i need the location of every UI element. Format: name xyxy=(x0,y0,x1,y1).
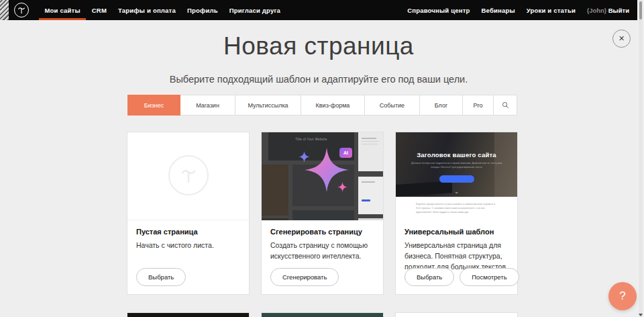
tilda-watermark-icon xyxy=(177,164,200,187)
next-row-card-preview[interactable] xyxy=(396,313,517,317)
template-hero-heading: Заголовок вашего сайта xyxy=(396,151,517,158)
template-preview-image: Заголовок вашего сайта Добавьте интересн… xyxy=(396,132,517,220)
card-buttons: Выбрать xyxy=(136,268,186,286)
tilda-watermark xyxy=(168,155,209,195)
tab-quiz-form[interactable]: Квиз-форма xyxy=(301,95,365,116)
card-blank-page[interactable]: Пустая страница Начать с чистого листа. … xyxy=(127,132,249,294)
template-category-tabs: Бизнес Магазин Мультиссылка Квиз-форма С… xyxy=(127,95,517,116)
choose-blank-button[interactable]: Выбрать xyxy=(136,268,186,286)
tab-pro[interactable]: Pro xyxy=(463,95,494,116)
tab-business[interactable]: Бизнес xyxy=(127,95,180,116)
edge-texture xyxy=(0,0,9,20)
card-title: Универсальный шаблон xyxy=(405,228,508,236)
nav-item-my-sites[interactable]: Мои сайты xyxy=(39,0,86,20)
user-name: (John) xyxy=(587,7,606,14)
card-body: Сгенерировать страницу Создать страницу … xyxy=(270,220,374,262)
question-mark-icon: ? xyxy=(619,289,625,303)
scrollbar-down-arrow[interactable] xyxy=(639,314,643,316)
ai-small-sparkle-icon xyxy=(299,151,310,163)
card-universal-template[interactable]: Заголовок вашего сайта Добавьте интересн… xyxy=(396,132,517,294)
tab-multilink[interactable]: Мультиссылка xyxy=(235,95,301,116)
nav-item-invite-friend[interactable]: Пригласи друга xyxy=(223,0,286,20)
card-buttons: Выбрать Посмотреть xyxy=(405,268,519,286)
mockup-title-text: Title of Your Website xyxy=(268,138,354,141)
scrollbar-track[interactable] xyxy=(639,0,643,317)
card-description: Начать с чистого листа. xyxy=(136,240,240,251)
tilda-logo[interactable] xyxy=(14,3,29,17)
template-hero-subheading: Добавьте интересные подробности о вашей … xyxy=(408,162,505,169)
page-title: Новая страница xyxy=(0,32,637,60)
card-title: Сгенерировать страницу xyxy=(270,228,374,236)
next-row-card-preview[interactable] xyxy=(262,313,383,317)
generate-button[interactable]: Сгенерировать xyxy=(270,268,339,286)
logout-link[interactable]: (John) Выйти xyxy=(587,7,629,14)
nav-link-help-center[interactable]: Справочный центр xyxy=(407,7,470,14)
tilda-logo-icon xyxy=(16,5,27,15)
nav-item-plans[interactable]: Тарифы и оплата xyxy=(113,0,182,20)
chevron-down-icon: ⌄ xyxy=(454,189,459,195)
template-hero-photo: Заголовок вашего сайта Добавьте интересн… xyxy=(396,132,517,197)
logout-label: Выйти xyxy=(608,7,629,14)
mockup-tile xyxy=(358,177,383,214)
tab-event[interactable]: Событие xyxy=(365,95,420,116)
mockup-tile xyxy=(292,210,354,220)
tab-blog[interactable]: Блог xyxy=(420,95,463,116)
card-body: Пустая страница Начать с чистого листа. xyxy=(136,220,240,251)
nav-item-profile[interactable]: Профиль xyxy=(181,0,223,20)
next-row-card-preview[interactable] xyxy=(127,313,249,317)
ai-preview-image: Title of Your Website xyxy=(262,132,383,220)
new-page-modal-screen: Мои сайты CRM Тарифы и оплата Профиль Пр… xyxy=(0,0,644,317)
topbar-nav-right: Справочный центр Вебинары Уроки и статьи… xyxy=(407,7,629,14)
mockup-tile xyxy=(262,165,288,216)
card-description: Создать страницу с помощью искусственног… xyxy=(270,240,374,262)
nav-link-webinars[interactable]: Вебинары xyxy=(482,7,515,14)
view-template-button[interactable]: Посмотреть xyxy=(460,268,519,286)
card-ai-generate[interactable]: Title of Your Website xyxy=(262,132,383,294)
help-button[interactable]: ? xyxy=(608,282,637,310)
ai-small-sparkle-icon xyxy=(337,182,347,192)
template-hero-button xyxy=(439,175,474,183)
choose-template-button[interactable]: Выбрать xyxy=(405,268,454,286)
topbar: Мои сайты CRM Тарифы и оплата Профиль Пр… xyxy=(0,0,637,20)
search-icon xyxy=(502,101,509,109)
scrollbar-strip xyxy=(637,0,644,317)
nav-item-crm[interactable]: CRM xyxy=(86,0,112,20)
template-body-text: Коротко представьтесь и расскажите о ком… xyxy=(416,202,497,215)
card-title: Пустая страница xyxy=(136,228,240,236)
topbar-nav: Мои сайты CRM Тарифы и оплата Профиль Пр… xyxy=(39,0,286,20)
page-subtitle: Выберите подходящий шаблон и адаптируйте… xyxy=(0,74,637,85)
tab-search[interactable] xyxy=(494,95,517,116)
tab-shop[interactable]: Магазин xyxy=(180,95,235,116)
nav-link-lessons[interactable]: Уроки и статьи xyxy=(527,7,576,14)
photo-shape xyxy=(396,181,452,197)
mockup-tile xyxy=(358,132,383,171)
ai-badge: AI xyxy=(339,148,352,158)
card-buttons: Сгенерировать xyxy=(270,268,339,286)
scrollbar-thumb[interactable] xyxy=(639,1,642,19)
template-text-section: Коротко представьтесь и расскажите о ком… xyxy=(396,197,517,220)
